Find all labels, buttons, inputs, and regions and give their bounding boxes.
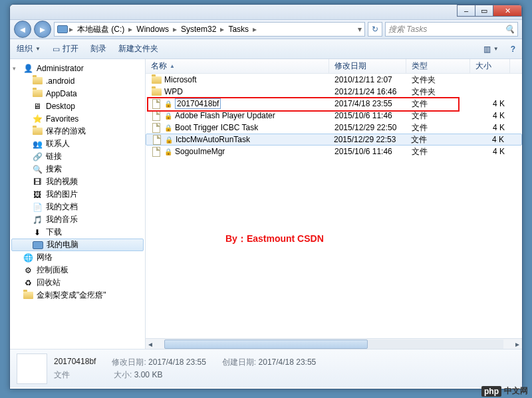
- col-size[interactable]: 大小: [470, 59, 510, 73]
- navigation-pane[interactable]: ▾👤Administrator.androidAppData🖥Desktop⭐F…: [10, 59, 146, 349]
- details-size-label: 大小:: [114, 370, 132, 379]
- file-row[interactable]: 🔒20170418bf2017/4/18 23:55文件4 K: [146, 98, 522, 110]
- col-name[interactable]: 名称▲: [146, 59, 329, 73]
- folder-icon: [32, 76, 43, 86]
- organize-menu[interactable]: 组织▼: [17, 43, 41, 54]
- tree-item-label: Desktop: [46, 102, 75, 111]
- file-row[interactable]: 🔒Adobe Flash Player Updater2015/10/6 11:…: [146, 110, 522, 122]
- tree-item[interactable]: 👥联系人: [10, 138, 145, 150]
- details-size-value: 3.00 KB: [134, 370, 163, 379]
- details-create-value: 2017/4/18 23:55: [259, 357, 317, 367]
- tree-item[interactable]: 🖥Desktop: [10, 100, 145, 112]
- tree-item-label: 我的电脑: [47, 239, 78, 250]
- lock-icon: 🔒: [164, 124, 172, 132]
- tree-item-label: 控制面板: [37, 264, 68, 276]
- file-type: 文件夹: [406, 86, 470, 98]
- tree-item-label: 回收站: [37, 277, 61, 288]
- scroll-right-icon[interactable]: ▸: [513, 340, 522, 349]
- file-date: 2015/12/29 22:53: [329, 135, 406, 144]
- recycle-icon: ♻: [23, 278, 33, 288]
- file-list[interactable]: Microsoft2010/12/11 2:07文件夹WPD2012/11/24…: [146, 74, 522, 338]
- chevron-down-icon: ▼: [493, 46, 499, 52]
- tree-item[interactable]: 我的电脑: [11, 239, 144, 251]
- col-date[interactable]: 修改日期: [329, 59, 406, 73]
- col-type[interactable]: 类型: [406, 59, 470, 73]
- minimize-button[interactable]: –: [457, 5, 475, 17]
- file-row[interactable]: 🔒Boot Trigger ICBC Task2015/12/29 22:50文…: [146, 122, 522, 134]
- file-size: 4 K: [470, 111, 510, 120]
- close-button[interactable]: ✕: [493, 5, 522, 17]
- tree-item[interactable]: ⬇下载: [10, 226, 145, 239]
- scroll-track[interactable]: [164, 340, 503, 349]
- nav-back-button[interactable]: ◄: [14, 21, 31, 38]
- tree-item[interactable]: 🎵我的音乐: [10, 213, 145, 226]
- tree-item[interactable]: 🖼我的图片: [10, 188, 145, 201]
- refresh-button[interactable]: ↻: [368, 22, 382, 37]
- tree-item[interactable]: ♻回收站: [10, 276, 145, 289]
- scroll-thumb[interactable]: [164, 340, 368, 349]
- scroll-left-icon[interactable]: ◂: [146, 340, 155, 349]
- brand-php: php: [481, 386, 501, 397]
- folder-icon: [32, 126, 43, 137]
- file-type: 文件夹: [406, 74, 470, 86]
- burn-button[interactable]: 刻录: [90, 43, 106, 54]
- new-folder-button[interactable]: 新建文件夹: [118, 43, 158, 54]
- nav-forward-button[interactable]: ►: [34, 21, 51, 38]
- crumb-system32[interactable]: System32: [178, 25, 219, 34]
- chevron-right-icon: ▸: [69, 25, 73, 34]
- window-controls: – ▭ ✕: [458, 5, 522, 17]
- sort-asc-icon: ▲: [170, 63, 175, 69]
- crumb-drive[interactable]: 本地磁盘 (C:): [74, 24, 127, 35]
- file-row[interactable]: 🔒SogouImeMgr2015/10/6 11:46文件4 K: [146, 146, 522, 157]
- file-date: 2015/10/6 11:46: [329, 147, 406, 156]
- view-menu[interactable]: ▥▼: [483, 45, 499, 54]
- file-type: 文件: [406, 98, 470, 110]
- video-icon: 🎞: [32, 177, 43, 187]
- tree-item[interactable]: ⚙控制面板: [10, 264, 145, 276]
- tree-item[interactable]: 金刺梨变成"金疙瘩": [10, 289, 145, 302]
- lock-icon: 🔒: [164, 148, 172, 155]
- file-size: 4 K: [469, 135, 509, 144]
- tree-item-label: Administrator: [37, 64, 84, 73]
- dl-icon: ⬇: [32, 227, 43, 238]
- tree-item[interactable]: 保存的游戏: [10, 125, 145, 138]
- tree-item[interactable]: 🔍搜索: [10, 163, 145, 175]
- file-icon: [151, 110, 162, 121]
- tree-item[interactable]: 🌐网络: [10, 251, 145, 264]
- file-row[interactable]: 🔒IcbcMwAutoRunTask2015/12/29 22:53文件4 K: [146, 134, 522, 146]
- tree-item-label: 金刺梨变成"金疙瘩": [37, 290, 106, 301]
- breadcrumb[interactable]: ▸ 本地磁盘 (C:) ▸ Windows ▸ System32 ▸ Tasks…: [54, 22, 365, 37]
- tree-item[interactable]: 📄我的文档: [10, 201, 145, 213]
- tree-item[interactable]: ⭐Favorites: [10, 112, 145, 125]
- file-name: 20170418bf: [175, 99, 221, 108]
- tree-item[interactable]: 🎞我的视频: [10, 175, 145, 188]
- file-row[interactable]: Microsoft2010/12/11 2:07文件夹: [146, 74, 522, 86]
- maximize-button[interactable]: ▭: [475, 5, 493, 17]
- search-input[interactable]: 搜索 Tasks 🔍: [385, 22, 518, 37]
- chevron-down-icon[interactable]: ▾: [358, 25, 362, 34]
- file-name: Adobe Flash Player Updater: [175, 111, 275, 120]
- doc-icon: 📄: [32, 202, 43, 213]
- details-pane: 20170418bf 修改日期: 2017/4/18 23:55 创建日期: 2…: [10, 349, 522, 387]
- titlebar[interactable]: – ▭ ✕: [10, 5, 522, 19]
- file-type: 文件: [406, 134, 469, 146]
- tree-item-label: Favorites: [46, 114, 78, 124]
- horizontal-scrollbar[interactable]: ◂ ▸: [146, 338, 522, 349]
- file-icon: [151, 98, 162, 109]
- folder-icon: [32, 88, 43, 99]
- tree-item[interactable]: ▾👤Administrator: [10, 62, 145, 74]
- file-date: 2012/11/24 16:46: [329, 87, 406, 96]
- tree-item[interactable]: AppData: [10, 87, 145, 100]
- crumb-windows[interactable]: Windows: [134, 25, 172, 34]
- tree-item[interactable]: 🔗链接: [10, 150, 145, 163]
- tree-item-label: .android: [46, 76, 74, 86]
- file-row[interactable]: WPD2012/11/24 16:46文件夹: [146, 86, 522, 98]
- help-button[interactable]: ?: [511, 45, 515, 54]
- content-pane: 名称▲ 修改日期 类型 大小 Microsoft2010/12/11 2:07文…: [146, 59, 522, 349]
- chevron-right-icon: ▸: [128, 25, 132, 34]
- tree-item[interactable]: .android: [10, 74, 145, 87]
- details-create-label: 创建日期:: [222, 357, 256, 367]
- chevron-icon: ▾: [13, 65, 19, 72]
- open-button[interactable]: ▭打开: [53, 43, 78, 54]
- crumb-tasks[interactable]: Tasks: [225, 25, 251, 34]
